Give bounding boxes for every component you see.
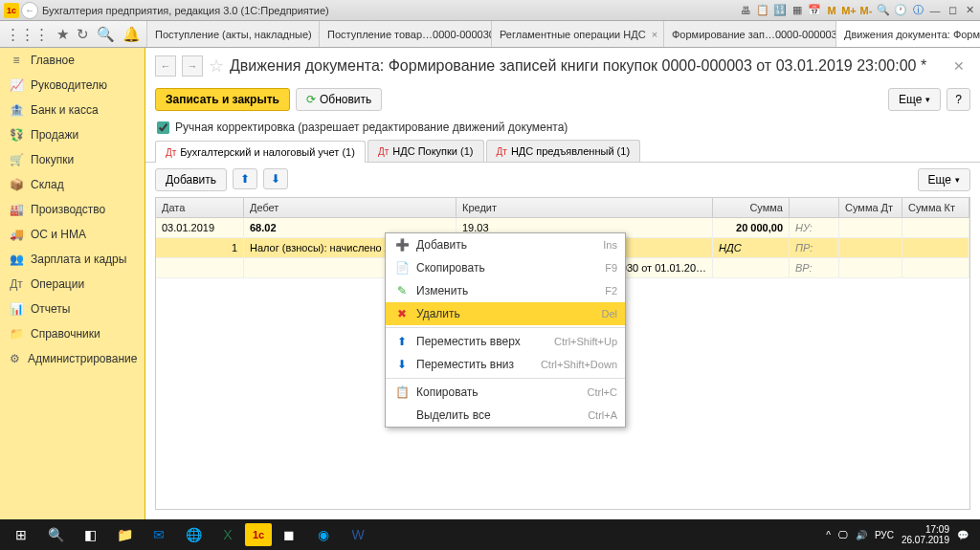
search-taskbar-icon[interactable]: 🔍 (38, 521, 73, 548)
add-row-button[interactable]: Добавить (155, 168, 227, 191)
tab-dt-icon: Дт (497, 146, 507, 157)
document-tab[interactable]: ДтНДС Покупки (1) (368, 140, 484, 162)
word-icon[interactable]: W (341, 521, 375, 548)
zoom-icon[interactable]: 🔍 (877, 4, 890, 17)
menu-item-label: Переместить вниз (411, 358, 541, 371)
m-icon[interactable]: M (825, 4, 838, 17)
tray-up-icon[interactable]: ^ (826, 530, 831, 540)
chrome-icon[interactable]: 🌐 (176, 521, 211, 548)
sidebar-item[interactable]: 🛒Покупки (0, 147, 145, 172)
sidebar-item[interactable]: ДтОперации (0, 272, 145, 297)
sidebar-item[interactable]: 🚚ОС и НМА (0, 222, 145, 247)
sidebar-item[interactable]: 📁Справочники (0, 321, 145, 346)
sidebar-item[interactable]: 🏦Банк и касса (0, 98, 145, 122)
search-icon[interactable]: 🔍 (97, 26, 115, 43)
manual-edit-checkbox[interactable] (157, 121, 169, 134)
col-kredit[interactable]: Кредит (457, 198, 713, 217)
doc-close-icon[interactable]: ✕ (947, 58, 970, 74)
sidebar-item[interactable]: ≡Главное (0, 48, 145, 73)
1c-taskbar-icon[interactable]: 1c (245, 523, 272, 546)
maximize-icon[interactable]: ◻ (946, 4, 959, 17)
move-up-button[interactable]: ⬆ (233, 168, 257, 189)
col-debet[interactable]: Дебет (244, 198, 457, 217)
tray-lang[interactable]: РУС (875, 530, 894, 540)
refresh-button[interactable]: ⟳Обновить (296, 88, 382, 111)
grid-icon[interactable]: ▦ (791, 4, 804, 17)
help-button[interactable]: ? (947, 88, 970, 111)
history-icon[interactable]: ↻ (77, 26, 89, 43)
sidebar-label: ОС и НМА (31, 228, 86, 241)
sidebar-item[interactable]: 🏭Производство (0, 197, 145, 222)
move-down-button[interactable]: ⬇ (263, 168, 288, 189)
col-sum[interactable]: Сумма (713, 198, 790, 217)
document-tab[interactable]: ДтБухгалтерский и налоговый учет (1) (155, 141, 366, 163)
col-sumdt[interactable]: Сумма Дт (839, 198, 902, 217)
minimize-icon[interactable]: — (928, 4, 942, 17)
doc-nav-fwd[interactable]: → (182, 55, 203, 77)
context-menu-item[interactable]: Выделить всеCtrl+A (386, 404, 625, 427)
menu-item-shortcut: F2 (605, 285, 617, 297)
grid-more-button[interactable]: Еще ▾ (918, 168, 970, 191)
main-tab[interactable]: Поступление товар…0000-000030× (320, 21, 492, 47)
save-close-button[interactable]: Записать и закрыть (155, 88, 290, 111)
app-icon[interactable]: ◼ (272, 521, 306, 548)
context-menu-item[interactable]: ➕ДобавитьIns (386, 233, 625, 256)
main-tab[interactable]: Формирование зап…0000-000003× (664, 21, 836, 47)
sidebar-item[interactable]: 📦Склад (0, 172, 145, 197)
excel-icon[interactable]: X (211, 521, 245, 548)
bell-icon[interactable]: 🔔 (122, 26, 141, 43)
sidebar-item[interactable]: 📈Руководителю (0, 73, 145, 98)
app-icon: 1c (4, 3, 19, 18)
sidebar-item[interactable]: 👥Зарплата и кадры (0, 247, 145, 272)
main-tab[interactable]: Регламентные операции НДС× (492, 21, 664, 47)
menu-item-label: Удалить (411, 307, 601, 320)
document-tab[interactable]: ДтНДС предъявленный (1) (486, 140, 641, 162)
more-button[interactable]: Еще ▾ (888, 88, 941, 111)
menu-item-shortcut: Ctrl+Shift+Down (541, 359, 617, 370)
context-menu-item[interactable]: 📋КопироватьCtrl+C (386, 381, 625, 404)
tray-notifications-icon[interactable]: 💬 (957, 530, 969, 540)
apps-icon[interactable]: ⋮⋮⋮ (6, 26, 49, 43)
favorite-star-icon[interactable]: ☆ (209, 55, 224, 77)
star-icon[interactable]: ★ (56, 26, 69, 43)
sidebar-label: Руководителю (31, 78, 107, 92)
main-tab[interactable]: Поступление (акты, накладные)× (147, 21, 320, 47)
main-tab[interactable]: Движения документа: Формир…× (836, 21, 980, 47)
sidebar: ≡Главное📈Руководителю🏦Банк и касса💱Прода… (0, 48, 145, 519)
sidebar-item[interactable]: ⚙Администрирование (0, 346, 145, 371)
sidebar-label: Покупки (31, 153, 74, 166)
doc-nav-back[interactable]: ← (155, 55, 176, 77)
context-menu: ➕ДобавитьIns📄СкопироватьF9✎ИзменитьF2✖Уд… (385, 232, 626, 428)
tab-close-icon[interactable]: × (652, 29, 657, 40)
tray-monitor-icon[interactable]: 🖵 (838, 530, 848, 540)
nav-back-icon[interactable]: ← (21, 2, 38, 19)
m-minus-icon[interactable]: M- (859, 4, 873, 17)
start-button[interactable]: ⊞ (4, 521, 38, 548)
main-toolbar: ⋮⋮⋮ ★ ↻ 🔍 🔔 Поступление (акты, накладные… (0, 21, 980, 48)
context-menu-item[interactable]: ⬇Переместить внизCtrl+Shift+Down (386, 353, 625, 376)
calendar-icon[interactable]: 📅 (808, 4, 821, 17)
explorer-icon[interactable]: 📁 (107, 521, 142, 548)
context-menu-item[interactable]: ⬆Переместить вверхCtrl+Shift+Up (386, 330, 625, 353)
sidebar-item[interactable]: 📊Отчеты (0, 297, 145, 321)
outlook-icon[interactable]: ✉ (142, 521, 176, 548)
sidebar-label: Склад (31, 178, 64, 191)
teamviewer-icon[interactable]: ◉ (306, 521, 341, 548)
sidebar-item[interactable]: 💱Продажи (0, 122, 145, 147)
close-icon[interactable]: ✕ (963, 4, 976, 17)
context-menu-item[interactable]: ✎ИзменитьF2 (386, 279, 625, 302)
info-icon[interactable]: ⓘ (911, 4, 924, 17)
clock-icon[interactable]: 🕐 (894, 4, 907, 17)
taskview-icon[interactable]: ◧ (73, 521, 107, 548)
context-menu-item[interactable]: 📄СкопироватьF9 (386, 256, 625, 279)
m-plus-icon[interactable]: M+ (842, 4, 856, 17)
col-date[interactable]: Дата (156, 198, 244, 217)
clipboard-icon[interactable]: 📋 (756, 4, 769, 17)
print-icon[interactable]: 🖶 (739, 4, 752, 17)
calc-icon[interactable]: 🔢 (773, 4, 787, 17)
col-sumkt[interactable]: Сумма Кт (902, 198, 969, 217)
menu-item-shortcut: Del (601, 308, 617, 319)
tray-clock[interactable]: 17:09 26.07.2019 (902, 524, 949, 545)
tray-sound-icon[interactable]: 🔊 (856, 530, 867, 540)
context-menu-item[interactable]: ✖УдалитьDel (386, 302, 625, 325)
